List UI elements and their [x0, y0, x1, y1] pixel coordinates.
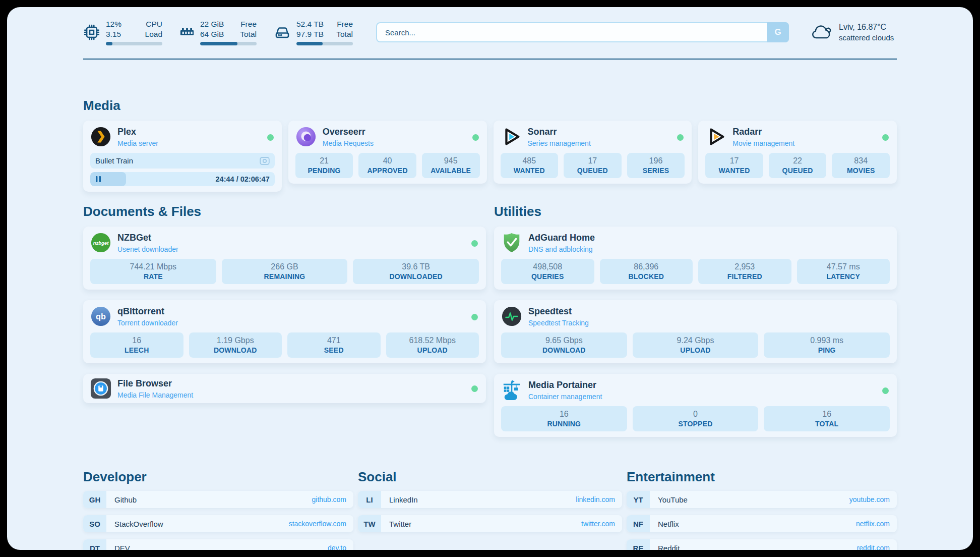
adguard-titles: AdGuard Home DNS and adblocking: [528, 233, 595, 253]
plex-now-playing-row: Bullet Train: [90, 153, 275, 169]
stat-blocked: 86,396BLOCKED: [600, 259, 693, 284]
link-reddit[interactable]: RE Reddit reddit.com: [627, 539, 897, 550]
stat-label: BLOCKED: [602, 272, 691, 281]
stat-value: 196: [629, 156, 683, 165]
pause-icon[interactable]: [95, 176, 101, 183]
utilities-cards: AdGuard Home DNS and adblocking 498,508Q…: [494, 227, 897, 437]
link-badge: TW: [358, 515, 381, 532]
disk-labels: Free Total: [336, 19, 353, 39]
stat-value: 9.24 Gbps: [635, 336, 757, 345]
card-filebrowser[interactable]: File Browser Media File Management: [83, 374, 486, 403]
app-subtitle: Usenet downloader: [117, 245, 178, 253]
stat-wanted: 485WANTED: [501, 153, 559, 178]
card-plex[interactable]: Plex Media server Bullet Train 24:44 / 0…: [83, 121, 282, 192]
card-qbittorrent[interactable]: qb qBittorrent Torrent downloader 16LEEC…: [83, 300, 486, 363]
link-badge: SO: [83, 515, 106, 532]
stat-available: 945AVAILABLE: [422, 153, 480, 178]
app-title: Speedtest: [528, 306, 589, 317]
link-badge: DT: [83, 539, 106, 550]
memory-progress-fill: [200, 42, 237, 45]
stat-label: SEED: [289, 346, 379, 354]
link-url: twitter.com: [581, 520, 615, 528]
stat-value: 471: [289, 336, 379, 345]
nzbget-titles: NZBGet Usenet downloader: [117, 233, 178, 253]
video-icon[interactable]: [260, 157, 270, 165]
app-subtitle: Media server: [117, 139, 158, 147]
cpu-stat-body: 12% 3.15 CPU Load: [106, 19, 162, 45]
card-nzbget[interactable]: nzbget NZBGet Usenet downloader 744.21 M…: [83, 227, 486, 290]
plex-header: Plex Media server: [90, 126, 275, 147]
stat-wanted: 17WANTED: [705, 153, 763, 178]
stat-upload: 618.52 MbpsUPLOAD: [386, 332, 479, 358]
filebrowser-icon: [90, 378, 111, 399]
qbittorrent-header: qb qBittorrent Torrent downloader: [90, 306, 479, 327]
stat-value: 498,508: [503, 262, 592, 271]
link-youtube[interactable]: YT YouTube youtube.com: [627, 491, 897, 508]
card-portainer[interactable]: Media Portainer Container management 16R…: [494, 374, 897, 437]
stat-remaining: 266 GBREMAINING: [222, 259, 348, 284]
disk-label-bottom: Total: [336, 29, 353, 39]
weather-location-temperature: Lviv, 16.87°C: [839, 22, 894, 33]
link-name: LinkedIn: [389, 495, 418, 504]
stat-label: AVAILABLE: [424, 166, 478, 175]
stat-value: 2,953: [700, 262, 789, 271]
stat-queued: 17QUEUED: [564, 153, 622, 178]
card-overseerr[interactable]: Overseerr Media Requests 21PENDING 40APP…: [288, 121, 487, 184]
link-linkedin[interactable]: LI LinkedIn linkedin.com: [358, 491, 622, 508]
card-speedtest[interactable]: Speedtest Speedtest Tracking 9.65 GbpsDO…: [494, 300, 897, 363]
stat-leech: 16LEECH: [90, 332, 183, 358]
link-dev[interactable]: DT DEV dev.to: [83, 539, 353, 550]
memory-label-top: Free: [240, 19, 257, 29]
stat-value: 22: [771, 156, 825, 165]
cpu-labels: CPU Load: [145, 19, 162, 39]
app-title: Sonarr: [528, 127, 591, 138]
link-netflix[interactable]: NF Netflix netflix.com: [627, 515, 897, 532]
entertainment-links: YT YouTube youtube.com NF Netflix netfli…: [627, 491, 897, 550]
radarr-header: Radarr Movie management: [705, 126, 890, 147]
stat-label: MOVIES: [834, 166, 888, 175]
status-dot: [267, 134, 274, 141]
documents-utilities-row: Documents & Files nzbget NZBGet Usenet d…: [83, 204, 897, 437]
card-adguard[interactable]: AdGuard Home DNS and adblocking 498,508Q…: [494, 227, 897, 290]
search-bar: G: [376, 22, 789, 42]
memory-stat-body: 22 GiB 64 GiB Free Total: [200, 19, 257, 45]
disk-stat: 52.4 TB 97.9 TB Free Total: [274, 19, 353, 45]
memory-stat: 22 GiB 64 GiB Free Total: [179, 19, 257, 45]
card-radarr[interactable]: Radarr Movie management 17WANTED 22QUEUE…: [698, 121, 897, 184]
memory-free: 22 GiB: [200, 19, 224, 29]
link-github[interactable]: GH Github github.com: [83, 491, 353, 508]
section-title-social: Social: [358, 469, 622, 485]
sonarr-header: Sonarr Series management: [501, 126, 685, 147]
memory-total: 64 GiB: [200, 29, 224, 39]
stat-rate: 744.21 MbpsRATE: [90, 259, 216, 284]
search-engine-button[interactable]: G: [767, 22, 789, 42]
utilities-column: Utilities AdGuard Home DNS and adblockin…: [494, 204, 897, 437]
stat-queued: 22QUEUED: [769, 153, 827, 178]
app-subtitle: Container management: [528, 393, 602, 401]
now-playing-title: Bullet Train: [95, 156, 133, 165]
disk-progress-bar: [296, 42, 353, 45]
social-section: Social LI LinkedIn linkedin.com TW Twitt…: [358, 469, 622, 532]
stat-value: 618.52 Mbps: [388, 336, 477, 345]
stat-label: UPLOAD: [635, 346, 757, 354]
cpu-percent: 12%: [106, 19, 121, 29]
disk-stat-body: 52.4 TB 97.9 TB Free Total: [296, 19, 353, 45]
app-title: Radarr: [732, 127, 794, 138]
stat-label: STOPPED: [635, 420, 757, 428]
stat-value: 86,396: [602, 262, 691, 271]
app-subtitle: Speedtest Tracking: [528, 319, 589, 327]
adguard-icon: [501, 232, 522, 253]
stat-ping: 0.993 msPING: [764, 332, 890, 358]
link-badge: NF: [627, 515, 650, 532]
link-twitter[interactable]: TW Twitter twitter.com: [358, 515, 622, 532]
sonarr-icon: [501, 126, 522, 147]
memory-progress-bar: [200, 42, 257, 45]
dashboard-content: 12% 3.15 CPU Load: [83, 19, 897, 550]
stat-series: 196SERIES: [627, 153, 685, 178]
sonarr-stats: 485WANTED 17QUEUED 196SERIES: [501, 153, 685, 178]
search-input[interactable]: [376, 22, 789, 42]
card-sonarr[interactable]: Sonarr Series management 485WANTED 17QUE…: [494, 121, 692, 184]
disk-progress-fill: [296, 42, 323, 45]
link-stackoverflow[interactable]: SO StackOverflow stackoverflow.com: [83, 515, 353, 532]
bookmark-sections: Developer GH Github github.com SO StackO…: [83, 469, 897, 550]
